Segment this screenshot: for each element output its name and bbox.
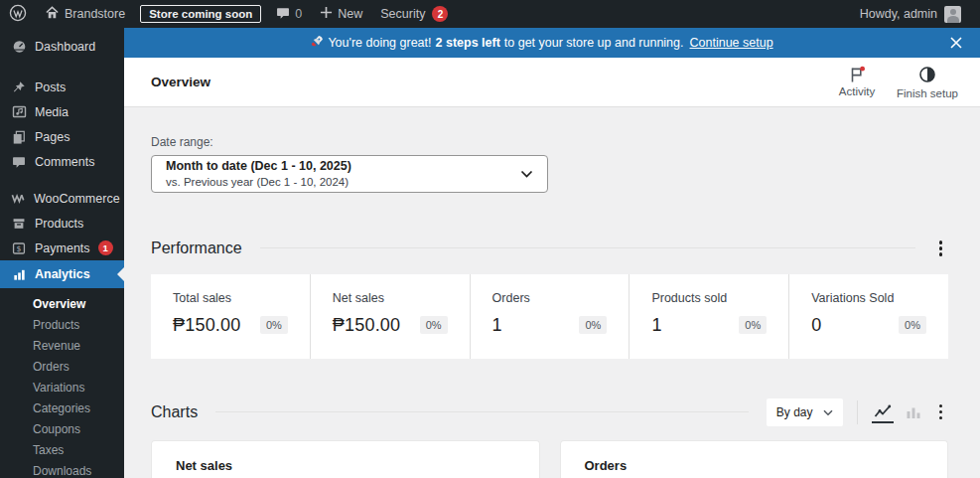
analytics-content: Date range: Month to date (Dec 1 - 10, 2… <box>124 107 980 478</box>
charts-menu-button[interactable] <box>933 400 949 424</box>
stat-delta-badge: 0% <box>739 316 767 334</box>
header-actions: Activity Finish setup <box>835 66 958 99</box>
stat-card-orders[interactable]: Orders 1 0% <box>471 274 630 359</box>
sidebar-item-posts[interactable]: Posts <box>0 75 124 99</box>
admin-bar-comments[interactable]: 0 <box>267 0 311 28</box>
comment-bubble-icon <box>276 6 290 23</box>
charts-title: Charts <box>151 403 198 421</box>
admin-bar-account[interactable]: Howdy, admin <box>851 0 970 28</box>
submenu-item-overview[interactable]: Overview <box>0 293 124 314</box>
performance-section-header: Performance <box>151 237 948 260</box>
stat-card-products-sold[interactable]: Products sold 1 0% <box>630 274 789 359</box>
divider <box>215 411 749 412</box>
stat-delta-badge: 0% <box>420 316 448 334</box>
chart-card-title: Net sales <box>176 458 515 473</box>
sidebar-item-label: Payments <box>35 241 90 255</box>
interval-select[interactable]: By day <box>767 398 843 426</box>
sidebar-separator <box>0 174 124 186</box>
wordpress-logo-menu[interactable] <box>0 0 36 28</box>
howdy-label: Howdy, admin <box>860 7 937 21</box>
submenu-item-orders[interactable]: Orders <box>0 356 124 377</box>
site-name-menu[interactable]: Brandstore <box>36 0 134 28</box>
continue-setup-link[interactable]: Continue setup <box>690 36 773 50</box>
sidebar-item-label: Dashboard <box>35 40 95 54</box>
stat-label: Total sales <box>173 291 288 305</box>
security-count-badge: 2 <box>432 6 448 22</box>
wordpress-logo-icon <box>9 4 27 25</box>
sidebar-item-label: Pages <box>35 130 70 144</box>
date-range-label: Date range: <box>151 135 948 149</box>
submenu-item-coupons[interactable]: Coupons <box>0 418 124 439</box>
stat-value: 1 <box>651 315 661 336</box>
sidebar-item-payments[interactable]: $ Payments 1 <box>0 236 124 260</box>
stat-card-net-sales[interactable]: Net sales ₱150.00 0% <box>311 274 471 359</box>
activity-flag-icon <box>848 66 866 83</box>
chevron-down-icon <box>520 165 533 183</box>
stat-delta-badge: 0% <box>260 316 288 334</box>
chart-cards-row: Net sales Orders <box>151 440 948 478</box>
sidebar-item-pages[interactable]: Pages <box>0 124 124 149</box>
submenu-item-revenue[interactable]: Revenue <box>0 335 124 356</box>
sidebar-item-label: Comments <box>35 155 94 169</box>
sidebar-separator <box>0 59 124 75</box>
sidebar-item-dashboard[interactable]: Dashboard <box>0 34 124 59</box>
submenu-item-downloads[interactable]: Downloads <box>0 460 124 478</box>
wp-admin-sidebar: Dashboard Posts Media Pages <box>0 28 124 478</box>
analytics-submenu: Overview Products Revenue Orders Variati… <box>0 288 124 478</box>
date-range-select[interactable]: Month to date (Dec 1 - 10, 2025) vs. Pre… <box>151 155 548 193</box>
page-title: Overview <box>151 75 210 89</box>
sidebar-item-woocommerce[interactable]: WooCommerce <box>0 186 124 211</box>
banner-text-start: You're doing great! <box>328 36 431 50</box>
app-body: Dashboard Posts Media Pages <box>0 28 980 478</box>
date-range-value: Month to date (Dec 1 - 10, 2025) vs. Pre… <box>166 159 351 189</box>
date-range-primary: Month to date (Dec 1 - 10, 2025) <box>166 159 351 175</box>
stat-label: Products sold <box>651 291 767 305</box>
stat-card-variations-sold[interactable]: Variations Sold 0 0% <box>789 274 948 359</box>
svg-text:$: $ <box>16 243 21 252</box>
stat-value: ₱150.00 <box>333 315 400 336</box>
security-label: Security <box>380 7 425 21</box>
line-chart-toggle-button[interactable] <box>872 401 894 423</box>
setup-progress-banner: You're doing great! 2 steps left to get … <box>124 28 980 58</box>
stat-card-total-sales[interactable]: Total sales ₱150.00 0% <box>151 274 311 359</box>
plus-icon <box>320 6 333 22</box>
comment-bubble-icon <box>11 155 27 169</box>
finish-setup-button[interactable]: Finish setup <box>897 66 958 99</box>
close-banner-button[interactable] <box>946 33 966 53</box>
line-chart-icon <box>874 404 892 418</box>
dashboard-gauge-icon <box>11 39 27 54</box>
activity-button[interactable]: Activity <box>835 66 879 99</box>
archive-box-icon <box>11 217 27 231</box>
submenu-item-products[interactable]: Products <box>0 314 124 335</box>
sidebar-item-comments[interactable]: Comments <box>0 149 124 174</box>
wp-admin-bar: Brandstore Store coming soon 0 New Secur… <box>0 0 980 28</box>
sidebar-item-analytics[interactable]: Analytics <box>0 260 124 288</box>
pushpin-icon <box>11 80 27 94</box>
admin-bar-new[interactable]: New <box>311 0 371 28</box>
performance-title: Performance <box>151 239 242 257</box>
sidebar-item-label: Products <box>35 217 83 231</box>
coming-soon-badge[interactable]: Store coming soon <box>140 5 261 23</box>
submenu-item-categories[interactable]: Categories <box>0 398 124 418</box>
media-icon <box>11 104 27 119</box>
divider <box>857 400 858 424</box>
sidebar-item-label: Media <box>35 105 69 119</box>
new-label: New <box>338 7 362 21</box>
submenu-item-variations[interactable]: Variations <box>0 377 124 398</box>
stat-delta-badge: 0% <box>579 316 607 334</box>
submenu-item-taxes[interactable]: Taxes <box>0 439 124 460</box>
woocommerce-analytics-overview-page: Brandstore Store coming soon 0 New Secur… <box>0 0 980 478</box>
banner-text-end: to get your store up and running. <box>504 36 684 50</box>
bar-chart-toggle-button[interactable] <box>904 402 923 422</box>
activity-label: Activity <box>839 85 875 97</box>
interval-value: By day <box>776 405 813 419</box>
stat-label: Variations Sold <box>811 291 926 305</box>
bar-chart-icon <box>11 267 27 282</box>
performance-menu-button[interactable] <box>933 237 949 260</box>
divider <box>260 247 915 248</box>
admin-bar-security[interactable]: Security 2 <box>371 0 457 28</box>
sidebar-item-media[interactable]: Media <box>0 99 124 124</box>
chevron-down-icon <box>823 405 833 419</box>
sidebar-item-products[interactable]: Products <box>0 211 124 236</box>
page-header: Overview Activity Finish setup <box>124 58 980 107</box>
